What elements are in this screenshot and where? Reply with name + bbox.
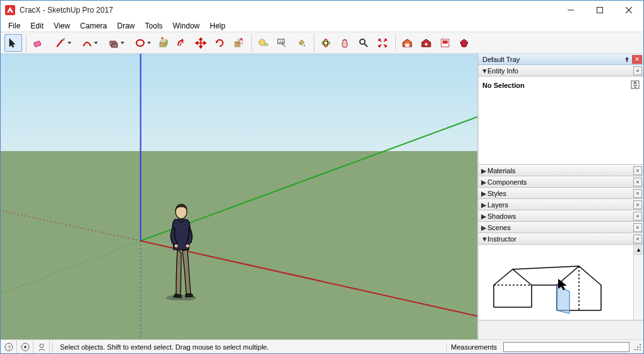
resize-grip-icon[interactable]	[632, 341, 643, 353]
measurements-input[interactable]	[503, 342, 629, 352]
panel-instructor[interactable]: ▼ Instructor ×	[479, 233, 643, 245]
maximize-button[interactable]	[585, 1, 614, 20]
panel-close-button[interactable]: ×	[633, 166, 642, 175]
svg-rect-5	[33, 40, 41, 47]
svg-point-29	[186, 244, 189, 248]
circle-tool-button[interactable]	[128, 34, 153, 52]
svg-rect-38	[637, 349, 638, 350]
svg-point-18	[425, 43, 427, 46]
arc-tool-button[interactable]	[75, 34, 100, 52]
svg-text:A1: A1	[279, 40, 284, 44]
panel-components[interactable]: ▶ Components ×	[479, 176, 643, 188]
tray-title: Default Tray	[482, 56, 520, 63]
separator-icon	[52, 343, 54, 351]
expand-arrow-icon: ▶	[481, 167, 487, 175]
orbit-tool-button[interactable]	[317, 34, 335, 52]
rectangle-tool-button[interactable]	[101, 34, 126, 52]
panel-close-button[interactable]: ×	[633, 189, 642, 198]
status-bar: ? Select objects. Shift to extend select…	[1, 339, 643, 353]
menu-tools[interactable]: Tools	[140, 20, 168, 32]
menu-draw[interactable]: Draw	[112, 20, 140, 32]
pushpull-tool-button[interactable]	[154, 34, 172, 52]
panel-close-button[interactable]: ×	[633, 200, 642, 209]
minimize-button[interactable]	[556, 1, 585, 20]
move-tool-button[interactable]	[192, 34, 210, 52]
measurements-label: Measurements	[446, 343, 501, 351]
model-viewport[interactable]	[1, 54, 478, 339]
status-hint: Select objects. Shift to extend select. …	[56, 343, 273, 351]
tape-measure-tool-button[interactable]	[254, 34, 272, 52]
panel-close-button[interactable]: ×	[633, 235, 642, 243]
zoom-tool-button[interactable]	[355, 34, 373, 52]
expand-arrow-icon: ▶	[481, 201, 487, 209]
zoom-extents-tool-button[interactable]	[374, 34, 391, 52]
collapse-arrow-icon: ▼	[481, 67, 487, 75]
panel-close-button[interactable]: ×	[633, 223, 642, 232]
extension-warehouse-button[interactable]	[417, 34, 435, 52]
svg-line-24	[1, 241, 141, 294]
warehouse-button[interactable]	[398, 34, 416, 52]
user-info-icon[interactable]	[33, 340, 50, 353]
svg-text:?: ?	[8, 345, 11, 351]
svg-point-16	[360, 39, 365, 44]
svg-rect-42	[640, 344, 641, 345]
panel-title: Entity Info	[487, 67, 518, 75]
svg-point-6	[136, 40, 144, 46]
pin-icon[interactable]	[622, 55, 632, 64]
paint-bucket-tool-button[interactable]	[292, 34, 310, 52]
panel-close-button[interactable]: ×	[633, 178, 642, 186]
svg-rect-40	[635, 349, 636, 350]
tray-close-button[interactable]: ✕	[632, 55, 642, 64]
panel-close-button[interactable]: ×	[633, 66, 642, 75]
layout-button[interactable]	[436, 34, 454, 52]
axes-icon	[1, 54, 477, 339]
panel-layers[interactable]: ▶ Layers ×	[479, 199, 643, 211]
svg-rect-37	[640, 349, 641, 350]
details-toggle-icon[interactable]	[631, 80, 640, 90]
ruby-console-button[interactable]	[455, 34, 473, 52]
eraser-tool-button[interactable]	[29, 34, 47, 52]
panel-styles[interactable]: ▶ Styles ×	[479, 188, 643, 199]
offset-tool-button[interactable]	[173, 34, 191, 52]
scroll-up-button[interactable]: ▲	[634, 245, 643, 255]
text-tool-button[interactable]: A1	[273, 34, 291, 52]
menu-file[interactable]: File	[3, 20, 25, 32]
rotate-tool-button[interactable]	[211, 34, 229, 52]
svg-rect-11	[265, 44, 268, 46]
collapse-arrow-icon: ▼	[481, 235, 487, 243]
select-tool-button[interactable]	[4, 34, 22, 52]
selection-status: No Selection	[482, 82, 525, 89]
line-tool-button[interactable]	[48, 34, 73, 52]
menu-edit[interactable]: Edit	[25, 20, 49, 32]
pan-tool-button[interactable]	[336, 34, 354, 52]
app-logo-icon	[4, 4, 16, 16]
svg-point-28	[174, 244, 178, 248]
svg-rect-17	[405, 44, 409, 47]
tray-header[interactable]: Default Tray ✕	[479, 54, 643, 65]
menu-window[interactable]: Window	[168, 20, 205, 32]
panel-entity-info[interactable]: ▼ Entity Info ×	[479, 65, 643, 76]
svg-point-14	[322, 41, 330, 45]
help-info-icon[interactable]: ?	[1, 340, 17, 353]
panel-materials[interactable]: ▶ Materials ×	[479, 165, 643, 176]
geo-info-icon[interactable]	[17, 340, 33, 353]
expand-arrow-icon: ▶	[481, 212, 487, 221]
main-toolbar: A1	[1, 32, 643, 54]
menu-help[interactable]: Help	[205, 20, 230, 32]
menu-camera[interactable]: Camera	[75, 20, 112, 32]
expand-arrow-icon: ▶	[481, 178, 487, 186]
panel-close-button[interactable]: ×	[633, 212, 642, 221]
scroll-track[interactable]	[634, 255, 643, 320]
instructor-scrollbar[interactable]: ▲	[633, 245, 643, 320]
panel-scenes[interactable]: ▶ Scenes ×	[479, 222, 643, 233]
panel-title: Materials	[487, 167, 516, 174]
panel-shadows[interactable]: ▶ Shadows ×	[479, 211, 643, 222]
svg-rect-7	[160, 42, 165, 47]
svg-point-15	[324, 39, 328, 47]
main-area: Default Tray ✕ ▼ Entity Info × No Select…	[1, 54, 643, 339]
menu-view[interactable]: View	[49, 20, 75, 32]
svg-point-36	[40, 344, 44, 348]
scale-tool-button[interactable]	[230, 34, 247, 52]
panel-title: Instructor	[487, 235, 516, 243]
close-button[interactable]	[614, 1, 643, 20]
